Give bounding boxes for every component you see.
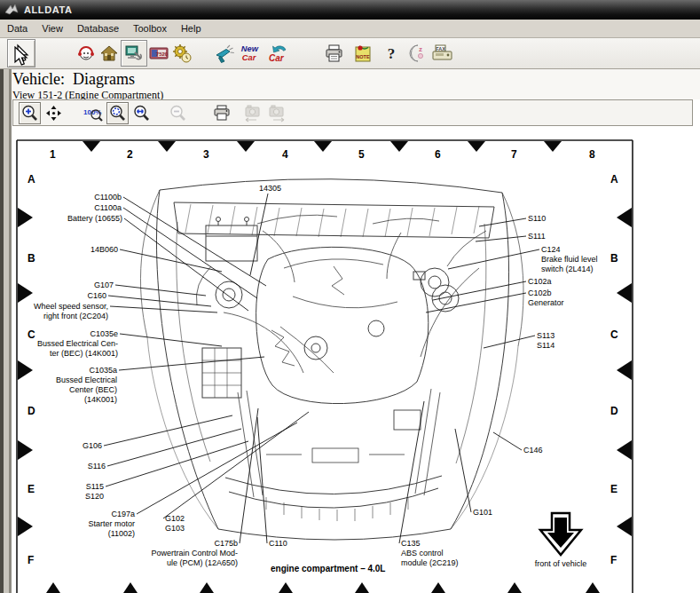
support-button[interactable]: [75, 42, 98, 65]
monitor-wrench-icon: [123, 43, 145, 64]
grid-marker-left: [18, 283, 33, 303]
grid-marker-top: [237, 141, 255, 152]
callout-leader-line: [119, 357, 264, 370]
callout-line: C1035a: [56, 366, 117, 376]
night-mode-button[interactable]: z: [405, 42, 428, 65]
grid-row-label-right: C: [610, 328, 618, 341]
callout-line: 14B060: [90, 245, 118, 255]
previous-car-button[interactable]: Car: [266, 42, 289, 65]
maintenance-button[interactable]: [170, 42, 193, 65]
callout-line: S116: [88, 462, 106, 471]
diagram-callout: C102bGenerator: [528, 289, 564, 308]
diagram-callout: C1100a: [94, 203, 122, 213]
gears-clock-icon: [171, 43, 193, 64]
fax-button[interactable]: FAX: [431, 42, 454, 65]
grid-marker-top: [390, 141, 408, 152]
callout-line: S110: [528, 214, 546, 224]
grid-marker-right: [617, 283, 632, 303]
diagram-callout: G101: [473, 508, 492, 518]
callout-leader-line: [120, 334, 222, 346]
zoom-fit-button[interactable]: [106, 102, 129, 124]
callout-line: C135: [401, 539, 459, 549]
callout-line: S113: [537, 331, 554, 341]
zoom-out-button: [167, 102, 189, 124]
callout-line: C124: [541, 245, 598, 255]
diagram-callout: S110: [528, 214, 546, 224]
notes-button[interactable]: NOTE: [351, 42, 374, 65]
zoom-width-icon: [132, 104, 151, 123]
grid-row-label-left: B: [28, 252, 35, 265]
callout-line: G103: [165, 524, 185, 534]
car-back-icon: Car: [266, 43, 289, 64]
prev-view-button: [241, 102, 263, 124]
callout-leader-line: [123, 208, 257, 298]
zoom-in-icon: [20, 104, 39, 123]
odometer-button[interactable]: 7520: [147, 42, 170, 65]
diagram-callout: Battery (10655): [67, 214, 122, 224]
grid-column-label: 7: [511, 148, 517, 161]
new-car-icon: NewCar: [240, 43, 263, 64]
callout-leader-line: [257, 417, 267, 543]
diagram-viewport[interactable]: 12345678AABBCCDDEEFF C1100bC1100aBattery…: [0, 126, 700, 593]
zoom-width-button[interactable]: [130, 102, 153, 124]
printer-icon: [324, 43, 345, 64]
menu-item-data[interactable]: Data: [0, 20, 35, 36]
zoom-100-button[interactable]: 100%: [83, 102, 105, 124]
grid-marker-bottom: [584, 582, 602, 593]
grid-row-label-left: A: [28, 173, 35, 186]
callout-line: ule (PCM) (12A650): [151, 558, 238, 568]
callout-line: (14K001): [56, 395, 117, 405]
svg-text:FAX: FAX: [436, 46, 445, 51]
fax-machine-icon: FAX: [431, 43, 454, 64]
home-icon: [98, 43, 120, 64]
diagrams-button[interactable]: [121, 40, 147, 67]
callout-leader-line: [104, 415, 232, 446]
camera-left-icon: [242, 103, 263, 123]
svg-text:New: New: [241, 44, 259, 53]
callout-line: C1100a: [94, 203, 122, 213]
help-button[interactable]: ?: [380, 42, 403, 65]
front-of-vehicle-arrow: [540, 513, 581, 555]
svg-text:?: ?: [388, 45, 396, 62]
mouse-cursor: [13, 46, 29, 67]
menu-item-view[interactable]: View: [35, 20, 70, 36]
callout-line: Bussed Electrical: [56, 376, 117, 385]
grid-column-label: 8: [589, 148, 595, 161]
grid-marker-left: [18, 208, 33, 227]
menu-item-help[interactable]: Help: [174, 20, 208, 36]
zoom-in-button[interactable]: [19, 102, 41, 124]
callout-line: S111: [528, 232, 546, 241]
callout-line: C1100b: [94, 193, 122, 202]
grid-row-label-right: A: [610, 173, 618, 186]
shop-home-button[interactable]: [98, 42, 121, 65]
diagram-caption: engine compartment – 4.0L: [271, 564, 385, 573]
grid-marker-right: [617, 360, 632, 380]
paint-tool-button[interactable]: [213, 42, 236, 65]
grid-marker-left: [18, 440, 33, 460]
grid-marker-bottom: [122, 582, 139, 593]
callout-line: 14305: [259, 184, 281, 194]
diagram-callout: 14305: [259, 184, 281, 194]
diagram-callout: C110: [269, 539, 287, 549]
pan-button[interactable]: [43, 102, 65, 124]
print-diagram-button[interactable]: [210, 102, 232, 124]
callout-line: Brake fluid level: [541, 255, 598, 265]
page-title: Vehicle: Diagrams: [12, 70, 700, 89]
callout-leader-line: [110, 306, 217, 312]
new-car-button[interactable]: NewCar: [240, 42, 263, 65]
diagram-callout: G102G103: [165, 514, 185, 534]
notepad-icon: NOTE: [352, 43, 374, 64]
next-view-button: [265, 102, 287, 124]
menu-item-toolbox[interactable]: Toolbox: [126, 20, 174, 36]
callout-leader-line: [137, 423, 297, 514]
grid-column-label: 1: [50, 148, 56, 161]
grid-row-label-right: B: [610, 252, 618, 265]
callout-leader-line: [448, 249, 539, 269]
menu-item-database[interactable]: Database: [70, 20, 126, 36]
print-button[interactable]: [323, 42, 346, 65]
diagram-callout: C135ABS controlmodule (2C219): [401, 539, 459, 568]
diagram-callout: C1035eBussed Electrical Cen-ter (BEC) (1…: [37, 329, 118, 359]
diagram-callout: C102a: [528, 277, 552, 287]
zoom-100-icon: 100%: [83, 104, 104, 123]
diagram-callout: front of vehicle: [535, 559, 587, 569]
